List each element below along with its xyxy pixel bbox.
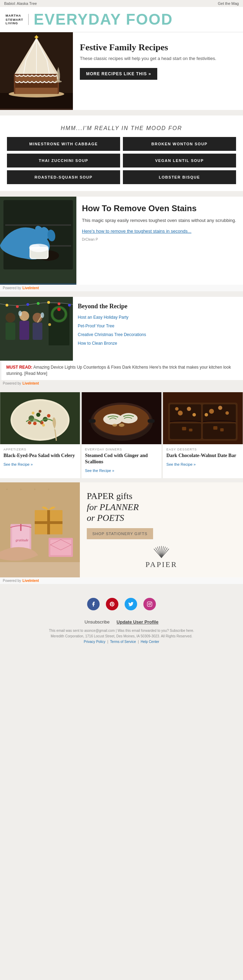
svg-point-83 bbox=[175, 407, 179, 410]
beyond-link-2[interactable]: Creative Christmas Tree Decorations bbox=[78, 332, 146, 337]
svg-point-60 bbox=[47, 414, 50, 417]
recipe-link-1[interactable]: See the Recipe » bbox=[85, 468, 114, 473]
update-profile-link[interactable]: Update User Profile bbox=[117, 619, 159, 625]
divider-3 bbox=[0, 291, 243, 294]
mood-btn-0[interactable]: MINESTRONE WITH CABBAGE bbox=[7, 137, 120, 151]
oven-ad-powered: Powered by LiveIntent bbox=[0, 285, 243, 291]
second-ad-text: Amazing Device Lights Up Countertops & F… bbox=[6, 365, 231, 376]
paper-title-line1: PAPER gifts bbox=[87, 491, 132, 501]
svg-point-43 bbox=[41, 312, 44, 318]
oven-ad-link[interactable]: Here's how to remove the toughest stains… bbox=[82, 229, 191, 234]
svg-point-55 bbox=[36, 413, 40, 417]
beyond-title: Beyond the Recipe bbox=[78, 302, 238, 310]
paper-ad-powered: Powered by LiveIntent bbox=[0, 578, 243, 584]
beyond-link-1[interactable]: Pet-Proof Your Tree bbox=[78, 323, 114, 328]
mood-btn-3[interactable]: VEGAN LENTIL SOUP bbox=[123, 154, 236, 167]
hero-section: Festive Family Recipes These classic rec… bbox=[0, 32, 243, 110]
footer: Unsubscribe Update User Profile This ema… bbox=[0, 614, 243, 650]
instagram-icon[interactable] bbox=[143, 598, 156, 610]
mood-grid: MINESTRONE WITH CABBAGE BROKEN WONTON SO… bbox=[7, 137, 236, 184]
svg-point-49 bbox=[58, 302, 61, 305]
svg-point-33 bbox=[57, 308, 61, 311]
mood-btn-1[interactable]: BROKEN WONTON SOUP bbox=[123, 137, 236, 151]
second-ad-section: MUST READ: Amazing Device Lights Up Coun… bbox=[0, 361, 243, 380]
top-bar-right-link[interactable]: Get the Mag bbox=[217, 2, 239, 6]
recipe-link-2[interactable]: See the Recipe » bbox=[166, 462, 195, 466]
paper-title: PAPER gifts for PLANNER or POETS bbox=[87, 491, 139, 523]
pinterest-icon[interactable] bbox=[106, 598, 118, 610]
logo: MARTHA STEWART LIVING bbox=[6, 14, 29, 25]
recipe-link-0[interactable]: See the Recipe » bbox=[3, 462, 33, 466]
footer-legal-links: Privacy Policy | Terms of Service | Help… bbox=[7, 639, 236, 645]
recipe-category-1: EVERYDAY DINNERS bbox=[85, 448, 158, 451]
beyond-links: Host an Easy Holiday Party Pet-Proof You… bbox=[78, 314, 238, 346]
mood-section: HMM...I'M REALLY IN THE MOOD FOR MINESTR… bbox=[0, 116, 243, 191]
svg-point-61 bbox=[32, 412, 34, 414]
svg-rect-107 bbox=[20, 524, 22, 531]
svg-point-10 bbox=[55, 80, 62, 83]
svg-point-97 bbox=[48, 488, 49, 490]
oven-ad-brand: DrClean P bbox=[82, 237, 237, 241]
paper-shop-button[interactable]: Shop stationery gifts bbox=[87, 528, 153, 539]
svg-point-84 bbox=[193, 413, 196, 417]
oven-ad-body: This magic spray easily removes toughest… bbox=[82, 217, 237, 224]
oven-ad-title: How To Remove Oven Stains bbox=[82, 204, 237, 214]
paper-title-line2: for PLANNER bbox=[87, 502, 139, 512]
footer-legal-line1: This email was sent to asonce@gmail.com … bbox=[7, 628, 236, 633]
paper-content: PAPER gifts for PLANNER or POETS Shop st… bbox=[80, 482, 243, 578]
svg-point-45 bbox=[16, 305, 19, 308]
privacy-link[interactable]: Privacy Policy bbox=[84, 640, 105, 644]
svg-point-94 bbox=[6, 488, 8, 490]
recipe-content-0: APPETIZERS Black-Eyed-Pea Salad with Cel… bbox=[0, 444, 80, 472]
footer-links: Unsubscribe Update User Profile bbox=[7, 619, 236, 625]
svg-rect-39 bbox=[33, 323, 42, 340]
svg-point-47 bbox=[37, 302, 40, 305]
svg-point-86 bbox=[218, 406, 222, 410]
svg-point-82 bbox=[187, 407, 191, 411]
svg-rect-80 bbox=[203, 423, 236, 439]
beyond-section: Beyond the Recipe Host an Easy Holiday P… bbox=[0, 297, 243, 361]
divider-6 bbox=[0, 584, 243, 587]
svg-rect-37 bbox=[19, 321, 29, 340]
beyond-link-0[interactable]: Host an Easy Holiday Party bbox=[78, 315, 128, 320]
terms-link[interactable]: Terms of Service bbox=[110, 640, 136, 644]
svg-rect-77 bbox=[170, 404, 201, 422]
divider-5 bbox=[0, 478, 243, 481]
twitter-icon[interactable] bbox=[125, 598, 137, 610]
oven-ad-content: How To Remove Oven Stains This magic spr… bbox=[77, 197, 243, 285]
divider-4 bbox=[0, 387, 243, 390]
second-liveintent-logo: LiveIntent bbox=[22, 382, 39, 385]
svg-point-41 bbox=[18, 311, 22, 316]
top-bar-left-link[interactable]: Babiol: Alaska Tree bbox=[4, 2, 37, 6]
oven-ad-section: How To Remove Oven Stains This magic spr… bbox=[0, 197, 243, 285]
svg-point-70 bbox=[120, 413, 137, 423]
unsubscribe-link[interactable]: Unsubscribe bbox=[85, 619, 110, 625]
more-recipes-button[interactable]: MORE RECIPES LIKE THIS » bbox=[80, 68, 157, 80]
svg-rect-91 bbox=[214, 426, 217, 430]
beyond-link-3[interactable]: How to Clean Bronze bbox=[78, 341, 117, 346]
svg-text:gratitude: gratitude bbox=[16, 538, 29, 542]
svg-point-85 bbox=[209, 409, 214, 414]
mood-btn-5[interactable]: LOBSTER BISQUE bbox=[123, 170, 236, 184]
hero-image bbox=[0, 32, 73, 110]
paper-liveintent-logo: LiveIntent bbox=[22, 579, 39, 582]
hero-subtitle: These classic recipes will help you get … bbox=[80, 56, 236, 62]
svg-point-96 bbox=[34, 488, 35, 490]
recipe-image-1 bbox=[82, 392, 162, 444]
facebook-icon[interactable] bbox=[87, 598, 100, 610]
mood-btn-4[interactable]: ROASTED-SQUASH SOUP bbox=[7, 170, 120, 184]
svg-point-72 bbox=[112, 424, 117, 426]
svg-rect-73 bbox=[88, 419, 96, 423]
recipe-content-1: EVERYDAY DINNERS Steamed Cod with Ginger… bbox=[82, 444, 162, 478]
help-link[interactable]: Help Center bbox=[141, 640, 159, 644]
svg-rect-101 bbox=[35, 521, 62, 524]
recipe-name-0: Black-Eyed-Pea Salad with Celery bbox=[3, 453, 77, 459]
header: MARTHA STEWART LIVING EVERYDAY FOOD bbox=[0, 7, 243, 32]
beyond-image bbox=[0, 297, 73, 361]
paper-powered-label: Powered by bbox=[3, 579, 21, 582]
svg-point-50 bbox=[68, 304, 71, 307]
svg-rect-92 bbox=[221, 428, 224, 431]
mood-btn-2[interactable]: THAI ZUCCHINI SOUP bbox=[7, 154, 120, 167]
papier-brand: PAPIER bbox=[87, 560, 236, 569]
svg-rect-74 bbox=[147, 419, 155, 423]
